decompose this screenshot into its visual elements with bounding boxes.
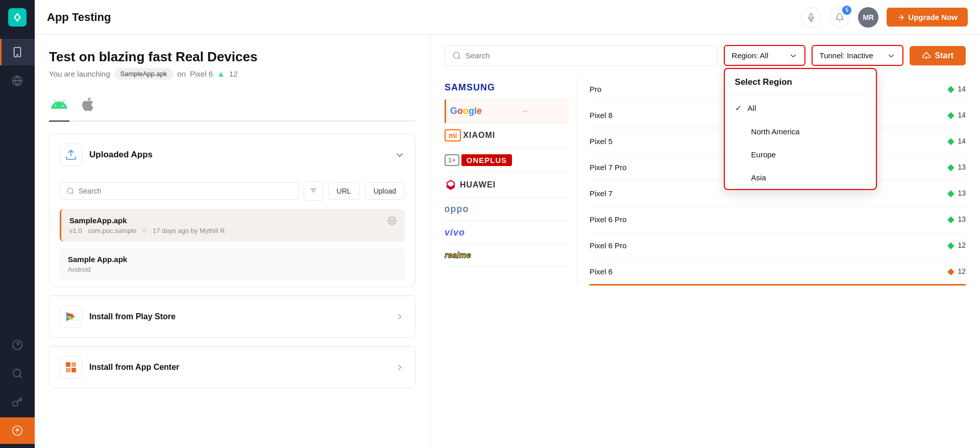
brand-xiaomi[interactable]: mi XIAOMI xyxy=(445,123,569,148)
search-icon xyxy=(66,187,75,195)
tunnel-button[interactable]: Tunnel: Inactive xyxy=(812,45,903,66)
active-bar xyxy=(0,39,2,65)
notification-button[interactable]: 5 xyxy=(829,7,850,28)
app-item-sampleapp2[interactable]: Sample App.apk Android xyxy=(60,248,405,280)
uploaded-apps-section: Uploaded Apps xyxy=(49,134,415,287)
app-center-icon xyxy=(60,356,82,379)
svg-point-7 xyxy=(67,188,73,194)
brand-realme[interactable]: realme xyxy=(445,245,569,267)
app-search-input[interactable] xyxy=(79,187,292,195)
mic-button[interactable] xyxy=(801,7,821,28)
android-version-13c: ◆ 13 xyxy=(947,214,966,225)
launch-text: You are launching xyxy=(49,69,110,78)
sidebar-item-device[interactable] xyxy=(0,39,35,65)
android-ver-4: 13 xyxy=(958,163,966,171)
android-version-13b: ◆ 13 xyxy=(947,187,966,199)
device-search-input[interactable] xyxy=(465,51,710,60)
header-actions: 5 MR Upgrade Now xyxy=(801,7,968,28)
region-dropdown: Region: All Select Region ✓ All xyxy=(724,45,805,66)
app-item-sampleapp[interactable]: SampleApp.apk v1.0 com.poc.sample ○ 17 d… xyxy=(60,209,405,242)
start-label: Start xyxy=(935,51,953,60)
android-ver-5: 13 xyxy=(958,189,966,197)
sidebar-item-key[interactable] xyxy=(0,389,35,415)
android-icon: ◆ xyxy=(947,83,954,95)
user-avatar[interactable]: MR xyxy=(858,7,878,28)
settings-icon[interactable] xyxy=(387,216,397,227)
on-text: on xyxy=(177,69,186,78)
brand-samsung[interactable]: SAMSUNG xyxy=(445,76,569,100)
brand-google[interactable]: Google → xyxy=(445,100,569,123)
app-version: v1.0 xyxy=(69,227,82,234)
app-time-icon: ○ xyxy=(142,227,146,234)
source-row-left: Install from Play Store xyxy=(60,305,176,328)
sidebar-item-upload[interactable] xyxy=(0,417,35,444)
device-search-icon xyxy=(452,51,461,60)
page-title: App Testing xyxy=(47,11,801,24)
region-option-asia[interactable]: Asia xyxy=(725,166,876,189)
search-filter-row: URL Upload xyxy=(50,175,415,209)
device-name-pixel7pro: Pixel 7 Pro xyxy=(590,163,627,172)
launch-info: You are launching SampleApp.apk on Pixel… xyxy=(49,68,415,80)
chevron-right-icon-2 xyxy=(395,362,405,372)
filter-button[interactable] xyxy=(304,181,323,201)
upload-icon-box xyxy=(60,144,82,166)
sidebar-item-search[interactable] xyxy=(0,360,35,387)
brand-oneplus[interactable]: 1+ ONEPLUS xyxy=(445,148,569,173)
android-icon-2: ◆ xyxy=(947,109,954,121)
device-row-pixel6[interactable]: Pixel 6 ◆ 12 xyxy=(590,258,966,286)
tab-ios[interactable] xyxy=(78,92,98,121)
device-name: Pixel 6 xyxy=(190,69,213,78)
sidebar-item-global[interactable] xyxy=(0,67,35,94)
region-option-north-america[interactable]: North America xyxy=(725,120,876,143)
play-store-row[interactable]: Install from Play Store xyxy=(50,296,415,337)
sidebar-nav xyxy=(0,35,35,327)
android-icon-6: ◆ xyxy=(947,214,954,225)
region-option-europe[interactable]: Europe xyxy=(725,143,876,166)
svg-point-4 xyxy=(13,340,22,349)
device-row-pixel6pro-13[interactable]: Pixel 6 Pro ◆ 13 xyxy=(590,206,966,232)
android-ver-3: 14 xyxy=(958,137,966,145)
device-row-pixel6pro-12[interactable]: Pixel 6 Pro ◆ 12 xyxy=(590,232,966,258)
sidebar-logo[interactable] xyxy=(0,0,35,35)
start-button[interactable]: Start xyxy=(910,46,966,65)
svg-rect-15 xyxy=(71,368,76,372)
android-version-12a: ◆ 12 xyxy=(947,240,966,251)
android-version-12b: ◆ 12 xyxy=(947,266,966,277)
uploaded-apps-header[interactable]: Uploaded Apps xyxy=(50,134,415,175)
upgrade-label: Upgrade Now xyxy=(908,13,958,21)
upgrade-button[interactable]: Upgrade Now xyxy=(887,8,968,27)
tab-android[interactable] xyxy=(49,92,69,121)
app-item-meta: v1.0 com.poc.sample ○ 17 days ago by Myt… xyxy=(69,227,397,234)
android-version-13a: ◆ 13 xyxy=(947,161,966,173)
app-package: com.poc.sample xyxy=(88,227,137,234)
upload-button[interactable]: Upload xyxy=(365,182,405,200)
device-search-box[interactable] xyxy=(445,45,718,66)
region-label: Region: All xyxy=(732,51,769,60)
brand-huawei[interactable]: HUAWEI xyxy=(445,173,569,198)
uploaded-apps-title: Uploaded Apps xyxy=(89,150,153,160)
device-name-pixel7: Pixel 7 xyxy=(590,189,612,198)
app-item-name-2: Sample App.apk xyxy=(68,255,397,264)
left-panel: Test on blazing fast Real Devices You ar… xyxy=(35,35,430,448)
main-content: Test on blazing fast Real Devices You ar… xyxy=(35,35,980,448)
device-name-pixel6: Pixel 6 xyxy=(590,267,612,276)
region-dropdown-menu: Select Region ✓ All North America Europe xyxy=(724,68,877,190)
device-name-pixel5: Pixel 5 xyxy=(590,137,612,146)
app-search-box[interactable] xyxy=(60,182,299,200)
android-version-14c: ◆ 14 xyxy=(947,135,966,147)
google-logo: Google xyxy=(450,106,517,116)
region-button[interactable]: Region: All xyxy=(724,45,805,66)
app-center-row[interactable]: Install from App Center xyxy=(50,346,415,388)
realme-logo: realme xyxy=(445,251,511,260)
device-name-pixel6pro-12: Pixel 6 Pro xyxy=(590,241,627,250)
brand-vivo[interactable]: vivo xyxy=(445,221,569,245)
url-button[interactable]: URL xyxy=(328,182,360,200)
android-ver: 14 xyxy=(958,85,966,93)
device-name-pixel6pro-13: Pixel 6 Pro xyxy=(590,215,627,224)
svg-rect-12 xyxy=(66,362,70,367)
brand-oppo[interactable]: oppo xyxy=(445,198,569,221)
sidebar-item-help[interactable] xyxy=(0,332,35,358)
oppo-logo: oppo xyxy=(445,204,511,215)
android-icon: ▲ xyxy=(217,69,225,79)
region-option-all[interactable]: ✓ All xyxy=(725,96,876,120)
